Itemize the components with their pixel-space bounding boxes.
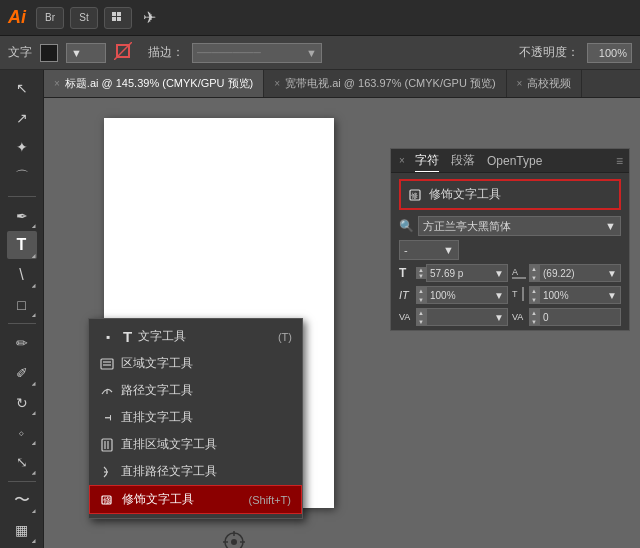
tab-gaoxiao[interactable]: × 高校视频 bbox=[507, 70, 583, 97]
tab-biaoticai[interactable]: × 标题.ai @ 145.39% (CMYK/GPU 预览) bbox=[44, 70, 264, 97]
grid-btn[interactable] bbox=[104, 7, 132, 29]
line-btn[interactable]: \ bbox=[7, 261, 37, 289]
app-logo: Ai bbox=[8, 7, 26, 28]
tab-paragraph[interactable]: 段落 bbox=[451, 150, 475, 171]
vscale-input[interactable]: 100% ▼ bbox=[539, 286, 621, 304]
menu-item-area[interactable]: 区域文字工具 bbox=[89, 350, 302, 377]
svg-rect-0 bbox=[112, 12, 116, 16]
hscale-field-row: IT ▲ ▼ 100% ▼ bbox=[399, 286, 508, 304]
panel-tool-name: 修饰文字工具 bbox=[429, 186, 501, 203]
kerning-stepper-dn[interactable]: ▼ bbox=[529, 317, 539, 326]
tab-character[interactable]: 字符 bbox=[415, 150, 439, 172]
area-type-icon bbox=[99, 356, 115, 372]
svg-rect-1 bbox=[117, 12, 121, 16]
opacity-input[interactable]: 100% bbox=[587, 43, 632, 63]
tab-label-1: 标题.ai @ 145.39% (CMYK/GPU 预览) bbox=[65, 76, 253, 91]
type-btn[interactable]: T bbox=[7, 231, 37, 259]
arrange-btn[interactable]: ✈ bbox=[138, 7, 160, 29]
paintbrush-btn[interactable]: ✏ bbox=[7, 329, 37, 357]
tool-divider-3 bbox=[8, 481, 36, 482]
leading-stepper-up[interactable]: ▲ bbox=[529, 264, 539, 273]
fill-dropdown[interactable]: ▼ bbox=[66, 43, 106, 63]
vertical-path-icon bbox=[99, 464, 115, 480]
svg-point-17 bbox=[231, 539, 237, 545]
tab-close-2[interactable]: × bbox=[274, 78, 280, 89]
vertical-area-icon bbox=[99, 437, 115, 453]
tracking-label: VA bbox=[399, 312, 413, 322]
tabs-bar: × 标题.ai @ 145.39% (CMYK/GPU 预览) × 宽带电视.a… bbox=[44, 70, 640, 98]
panel-close-btn[interactable]: × bbox=[397, 156, 407, 166]
scale-btn[interactable]: ⤡ bbox=[7, 448, 37, 476]
kerning-label: VA bbox=[512, 312, 526, 322]
tab-label-2: 宽带电视.ai @ 163.97% (CMYK/GPU 预览) bbox=[285, 76, 495, 91]
kerning-field-row: VA ▲ ▼ 0 bbox=[512, 308, 621, 326]
panel-menu-icon[interactable]: ≡ bbox=[616, 154, 623, 168]
font-search-icon: 🔍 bbox=[399, 219, 414, 233]
pen-btn[interactable]: ✒ bbox=[7, 202, 37, 230]
vscale-stepper-dn[interactable]: ▼ bbox=[529, 295, 539, 304]
hscale-arrow: ▼ bbox=[494, 290, 504, 301]
stroke-dropdown[interactable]: ─────────▼ bbox=[192, 43, 322, 63]
rect-btn[interactable]: □ bbox=[7, 291, 37, 319]
tracking-stepper-up[interactable]: ▲ bbox=[416, 308, 426, 317]
vscale-label: T bbox=[512, 287, 526, 303]
kerning-input[interactable]: 0 bbox=[539, 308, 621, 326]
menu-header-icon: T bbox=[123, 328, 132, 345]
tab-kuandai[interactable]: × 宽带电视.ai @ 163.97% (CMYK/GPU 预览) bbox=[264, 70, 506, 97]
hscale-input[interactable]: 100% ▼ bbox=[426, 286, 508, 304]
menu-item-touch[interactable]: 修 修饰文字工具 (Shift+T) bbox=[89, 485, 302, 514]
kerning-stepper-up[interactable]: ▲ bbox=[529, 308, 539, 317]
svg-point-16 bbox=[225, 533, 243, 548]
tab-opentype[interactable]: OpenType bbox=[487, 152, 542, 170]
hscale-stepper-up[interactable]: ▲ bbox=[416, 286, 426, 295]
font-search-row: 🔍 方正兰亭大黑简体 ▼ bbox=[399, 216, 621, 236]
rotate-btn[interactable]: ↻ bbox=[7, 389, 37, 417]
vertical-type-icon: T bbox=[99, 410, 115, 426]
vscale-stepper-up[interactable]: ▲ bbox=[529, 286, 539, 295]
content-area: × 标题.ai @ 145.39% (CMYK/GPU 预览) × 宽带电视.a… bbox=[44, 70, 640, 548]
font-name: 方正兰亭大黑简体 bbox=[423, 219, 511, 234]
svg-rect-6 bbox=[101, 359, 113, 369]
size-up-btn[interactable]: ▲ ▼ bbox=[416, 269, 426, 278]
graph-btn[interactable]: ▦ bbox=[7, 516, 37, 544]
area-type-label: 区域文字工具 bbox=[121, 355, 193, 372]
tracking-input[interactable]: ▼ bbox=[426, 308, 508, 326]
menu-header-row: ▪ T 文字工具 (T) bbox=[89, 323, 302, 350]
warp-btn[interactable]: 〜 bbox=[7, 487, 37, 515]
mirror-btn[interactable]: ⬦ bbox=[7, 418, 37, 446]
menu-item-vertical-path[interactable]: 直排路径文字工具 bbox=[89, 458, 302, 485]
panel-title-bar: × 字符 段落 OpenType ≡ bbox=[391, 149, 629, 173]
tab-close-1[interactable]: × bbox=[54, 78, 60, 89]
tool-divider-2 bbox=[8, 323, 36, 324]
path-type-icon bbox=[99, 383, 115, 399]
size-stepper-dn[interactable]: ▼ bbox=[416, 273, 426, 279]
fill-swatch[interactable] bbox=[40, 44, 58, 62]
hscale-stepper-dn[interactable]: ▼ bbox=[416, 295, 426, 304]
tab-close-3[interactable]: × bbox=[517, 78, 523, 89]
lasso-btn[interactable]: ⌒ bbox=[7, 163, 37, 191]
pencil-btn[interactable]: ✐ bbox=[7, 359, 37, 387]
menu-item-path[interactable]: 路径文字工具 bbox=[89, 377, 302, 404]
dash-dropdown[interactable]: - ▼ bbox=[399, 240, 459, 260]
stock-btn[interactable]: St bbox=[70, 7, 98, 29]
direct-select-btn[interactable]: ↗ bbox=[7, 104, 37, 132]
tracking-stepper-dn[interactable]: ▼ bbox=[416, 317, 426, 326]
vertical-path-label: 直排路径文字工具 bbox=[121, 463, 217, 480]
type-label: 文字 bbox=[8, 44, 32, 61]
menu-item-vertical[interactable]: T 直排文字工具 bbox=[89, 404, 302, 431]
touch-type-label: 修饰文字工具 bbox=[122, 491, 194, 508]
context-menu: ▪ T 文字工具 (T) 区域文字工具 bbox=[88, 318, 303, 519]
font-dropdown-arrow: ▼ bbox=[605, 220, 616, 232]
touch-type-icon: 修 bbox=[100, 492, 116, 508]
bridge-btn[interactable]: Br bbox=[36, 7, 64, 29]
magic-wand-btn[interactable]: ✦ bbox=[7, 133, 37, 161]
leading-stepper-dn[interactable]: ▼ bbox=[529, 273, 539, 282]
font-dropdown[interactable]: 方正兰亭大黑简体 ▼ bbox=[418, 216, 621, 236]
panel-tabs: 字符 段落 OpenType bbox=[415, 150, 542, 172]
leading-input[interactable]: (69.22) ▼ bbox=[539, 264, 621, 282]
size-input[interactable]: 57.69 p ▼ bbox=[426, 264, 508, 282]
leading-unit-arrow: ▼ bbox=[607, 268, 617, 279]
prop-bar: 文字 ▼ 描边： ─────────▼ 不透明度： 100% bbox=[0, 36, 640, 70]
select-tool-btn[interactable]: ↖ bbox=[7, 74, 37, 102]
menu-item-vertical-area[interactable]: 直排区域文字工具 bbox=[89, 431, 302, 458]
